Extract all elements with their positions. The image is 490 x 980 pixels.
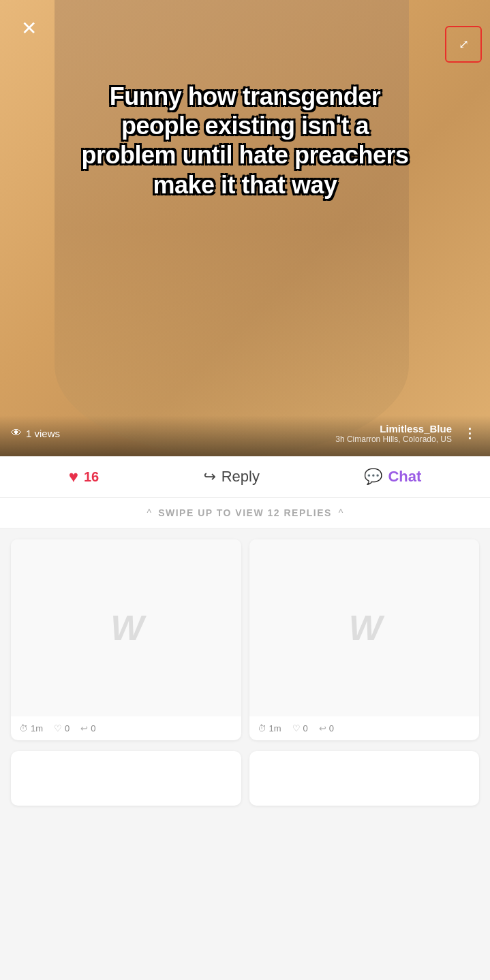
replies-value: 0 (329, 723, 334, 733)
reply-card-footer: ⏱ 1m ♡ 0 ↩ 0 (11, 716, 241, 740)
eye-icon: 👁 (11, 427, 22, 439)
reply-thumbnail: W (249, 539, 480, 716)
location: 3h Cimarron Hills, Colorado, US (335, 434, 452, 444)
likes-value: 0 (65, 723, 70, 733)
card-duration: ⏱ 1m (19, 723, 43, 733)
watermark-logo: W (349, 607, 380, 648)
video-content (55, 0, 409, 456)
card-likes: ♡ 0 (292, 723, 308, 733)
duration-value: 1m (269, 723, 281, 733)
more-options-button[interactable]: ⋮ (460, 425, 479, 441)
card-replies: ↩ 0 (319, 723, 334, 733)
heart-small-icon: ♡ (292, 723, 301, 733)
expand-button[interactable]: ⤢ (445, 26, 482, 63)
reply-small-icon: ↩ (80, 723, 88, 733)
heart-small-icon: ♡ (54, 723, 62, 733)
username: Limitless_Blue (380, 423, 452, 434)
clock-icon: ⏱ (258, 723, 266, 733)
actions-bar: ♥ 16 ↩ Reply 💬 Chat (0, 456, 490, 498)
reply-card-partial[interactable] (11, 751, 241, 806)
reply-label: Reply (221, 468, 260, 486)
video-bottom-bar: 👁 1 views Limitless_Blue 3h Cimarron Hil… (0, 415, 490, 456)
clock-icon: ⏱ (19, 723, 28, 733)
card-likes: ♡ 0 (54, 723, 70, 733)
video-player: Funny how transgender people existing is… (0, 0, 490, 456)
close-icon: ✕ (21, 19, 37, 38)
like-count: 16 (84, 469, 99, 485)
replies-value: 0 (91, 723, 95, 733)
chat-button[interactable]: 💬 Chat (364, 468, 421, 486)
reply-small-icon: ↩ (319, 723, 326, 733)
views-info: 👁 1 views (11, 427, 60, 439)
like-button[interactable]: ♥ 16 (69, 467, 99, 486)
duration-value: 1m (31, 723, 43, 733)
partial-cards-row (0, 751, 490, 811)
user-info: Limitless_Blue 3h Cimarron Hills, Colora… (335, 423, 452, 444)
expand-icon: ⤢ (459, 37, 469, 52)
card-replies: ↩ 0 (80, 723, 95, 733)
reply-card[interactable]: W ⏱ 1m ♡ 0 ↩ 0 (11, 539, 241, 740)
reply-thumbnail: W (11, 539, 241, 716)
reply-card-partial[interactable] (249, 751, 480, 806)
reply-card-footer: ⏱ 1m ♡ 0 ↩ 0 (249, 716, 480, 740)
close-button[interactable]: ✕ (14, 14, 44, 44)
video-caption-text: Funny how transgender people existing is… (75, 82, 415, 200)
swipe-arrow-left: ^ (147, 507, 152, 518)
reply-icon: ↩ (204, 468, 216, 486)
likes-value: 0 (303, 723, 308, 733)
swipe-text: SWIPE UP TO VIEW 12 REPLIES (158, 507, 332, 518)
watermark-logo: W (110, 607, 141, 648)
swipe-replies-bar[interactable]: ^ SWIPE UP TO VIEW 12 REPLIES ^ (0, 498, 490, 528)
swipe-arrow-right: ^ (339, 507, 343, 518)
chat-icon: 💬 (364, 468, 382, 486)
replies-grid: W ⏱ 1m ♡ 0 ↩ 0 W ⏱ 1m (0, 528, 490, 751)
reply-card[interactable]: W ⏱ 1m ♡ 0 ↩ 0 (249, 539, 480, 740)
reply-button[interactable]: ↩ Reply (204, 468, 260, 486)
card-duration: ⏱ 1m (258, 723, 281, 733)
heart-icon: ♥ (69, 467, 78, 486)
views-count: 1 views (26, 428, 60, 439)
chat-label: Chat (388, 468, 421, 486)
